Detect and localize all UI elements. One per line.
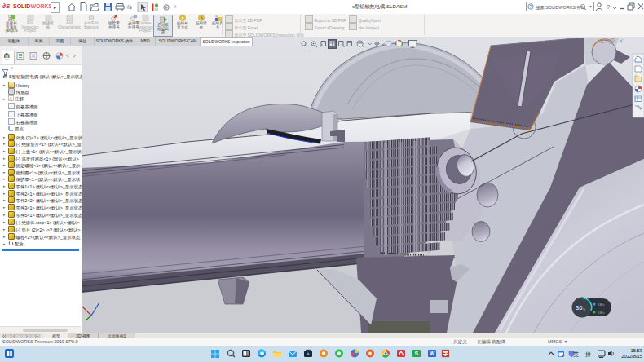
svg-text:S: S bbox=[414, 351, 418, 356]
svg-text:搜索 SOLIDWORKS 帮助: 搜索 SOLIDWORKS 帮助 bbox=[536, 5, 585, 11]
svg-text:KB/s: KB/s bbox=[598, 302, 604, 307]
svg-text:36: 36 bbox=[576, 304, 582, 311]
svg-text:?: ? bbox=[607, 3, 611, 11]
svg-text:KB/s: KB/s bbox=[598, 311, 604, 315]
svg-text:W: W bbox=[430, 351, 435, 356]
svg-text:?: ? bbox=[530, 4, 532, 9]
svg-text:字: 字 bbox=[443, 351, 449, 357]
svg-text:%: % bbox=[583, 308, 585, 311]
